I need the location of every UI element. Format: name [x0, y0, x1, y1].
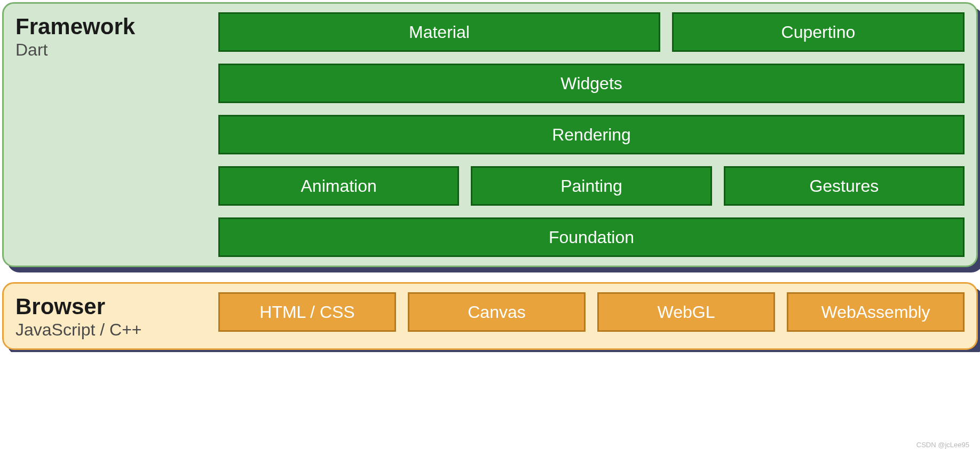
box-webgl: WebGL — [597, 292, 775, 332]
box-canvas: Canvas — [408, 292, 586, 332]
browser-label-block: Browser JavaScript / C++ — [15, 292, 208, 340]
box-painting: Painting — [471, 166, 712, 206]
framework-title: Framework — [15, 14, 208, 39]
framework-subtitle: Dart — [15, 40, 208, 60]
framework-row-4: Animation Painting Gestures — [218, 166, 965, 206]
box-gestures: Gestures — [724, 166, 965, 206]
browser-row-1: HTML / CSS Canvas WebGL WebAssembly — [218, 292, 965, 332]
framework-content: Material Cupertino Widgets Rendering Ani… — [218, 12, 965, 257]
box-rendering: Rendering — [218, 115, 965, 154]
box-animation: Animation — [218, 166, 459, 206]
browser-title: Browser — [15, 294, 208, 319]
browser-layer: Browser JavaScript / C++ HTML / CSS Canv… — [2, 282, 978, 350]
framework-row-5: Foundation — [218, 217, 965, 257]
browser-subtitle: JavaScript / C++ — [15, 320, 208, 340]
framework-row-1: Material Cupertino — [218, 12, 965, 52]
framework-layer: Framework Dart Material Cupertino Widget… — [2, 2, 978, 267]
box-html-css: HTML / CSS — [218, 292, 396, 332]
browser-content: HTML / CSS Canvas WebGL WebAssembly — [218, 292, 965, 340]
box-foundation: Foundation — [218, 217, 965, 257]
box-webassembly: WebAssembly — [787, 292, 965, 332]
framework-row-2: Widgets — [218, 64, 965, 103]
box-widgets: Widgets — [218, 64, 965, 103]
framework-label-block: Framework Dart — [15, 12, 208, 257]
box-material: Material — [218, 12, 660, 52]
framework-row-3: Rendering — [218, 115, 965, 154]
box-cupertino: Cupertino — [672, 12, 965, 52]
